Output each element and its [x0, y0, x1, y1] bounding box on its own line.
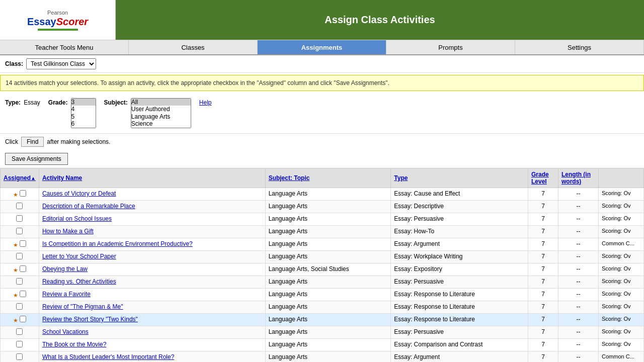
assigned-checkbox[interactable] — [16, 203, 23, 209]
activity-name-link[interactable]: Editorial on School Issues — [42, 215, 112, 222]
length-cell: -- — [558, 263, 599, 276]
logo-area: Pearson EssayScorer — [0, 0, 116, 40]
activity-name-link[interactable]: Obeying the Law — [42, 265, 88, 273]
assigned-cell — [1, 351, 39, 363]
assigned-checkbox[interactable] — [16, 303, 23, 310]
col-subject-topic[interactable]: Subject: Topic — [265, 168, 391, 188]
pearson-label: Pearson — [27, 10, 88, 16]
activity-name-cell: How to Make a Gift — [39, 226, 265, 238]
type-cell: Essay: Argument — [391, 351, 528, 363]
activity-name-link[interactable]: Review the Short Story "Two Kinds" — [42, 316, 138, 323]
after-find-label: after making selections. — [47, 138, 110, 145]
length-cell: -- — [558, 326, 599, 339]
star-icon: ★ — [13, 242, 20, 248]
subject-filter: Subject: All User Authored Language Arts… — [104, 98, 191, 128]
assigned-sort[interactable]: Assigned▲ — [4, 174, 36, 182]
type-cell: Essay: Persuasive — [391, 213, 528, 226]
length-cell: -- — [558, 201, 599, 213]
subject-cell: Language Arts — [265, 326, 391, 339]
col-grade-level[interactable]: Grade Level — [528, 168, 558, 188]
assigned-checkbox[interactable] — [16, 228, 23, 234]
length-cell: -- — [558, 213, 599, 226]
activity-name-cell: Review a Favorite — [39, 289, 265, 301]
length-cell: -- — [558, 289, 599, 301]
assigned-checkbox[interactable] — [16, 278, 23, 285]
subject-select[interactable]: All User Authored Language Arts Science … — [131, 98, 191, 128]
save-assignments-button-top[interactable]: Save Assignments — [5, 153, 68, 165]
activity-name-link[interactable]: What Is a Student Leader's Most Importan… — [42, 353, 174, 360]
type-sort[interactable]: Type — [394, 174, 408, 182]
assigned-checkbox[interactable] — [20, 316, 26, 322]
activity-name-sort[interactable]: Activity Name — [42, 174, 82, 182]
assigned-checkbox[interactable] — [16, 215, 23, 222]
nav-classes[interactable]: Classes — [129, 40, 258, 54]
assigned-cell — [1, 326, 39, 339]
subject-cell: Language Arts — [265, 201, 391, 213]
find-row: Click Find after making selections. — [0, 134, 644, 150]
subject-cell: Language Arts — [265, 339, 391, 351]
activity-name-link[interactable]: Review a Favorite — [42, 291, 91, 298]
assigned-checkbox[interactable] — [16, 253, 23, 259]
activity-name-link[interactable]: Is Competition in an Academic Environmen… — [42, 240, 193, 247]
scoring-cell: Common C... — [599, 238, 644, 251]
col-type[interactable]: Type — [391, 168, 528, 188]
grade-cell: 7 — [528, 213, 558, 226]
subject-cell: Language Arts — [265, 276, 391, 289]
activity-name-cell: Review the Short Story "Two Kinds" — [39, 314, 265, 326]
grade-cell: 7 — [528, 238, 558, 251]
type-cell: Essay: Persuasive — [391, 276, 528, 289]
type-filter: Type: Essay — [5, 98, 40, 106]
table-row: ★ Causes of Victory or DefeatLanguage Ar… — [1, 188, 644, 201]
find-button[interactable]: Find — [21, 137, 44, 147]
nav-settings[interactable]: Settings — [515, 40, 644, 54]
grade-cell: 7 — [528, 339, 558, 351]
assigned-checkbox[interactable] — [20, 240, 26, 247]
subject-sort[interactable]: Subject: Topic — [269, 174, 310, 182]
activity-name-link[interactable]: School Vacations — [42, 328, 89, 335]
activity-name-link[interactable]: Reading vs. Other Activities — [42, 278, 116, 285]
nav-assignments[interactable]: Assignments — [258, 40, 386, 54]
length-sort[interactable]: Length (in words) — [561, 171, 591, 185]
activity-name-cell: Review of "The Pigman & Me" — [39, 301, 265, 314]
page-title: Assign Class Activities — [325, 14, 435, 26]
class-select[interactable]: Test Gilkinson Class — [26, 58, 96, 69]
type-value: Essay — [24, 99, 40, 106]
col-scoring — [599, 168, 644, 188]
subject-cell: Language Arts, Social Studies — [265, 263, 391, 276]
grade-label: Grade: — [48, 99, 68, 106]
class-bar: Class: Test Gilkinson Class — [0, 55, 644, 73]
scoring-cell: Common C... — [599, 351, 644, 363]
assigned-checkbox[interactable] — [16, 328, 23, 335]
grade-select[interactable]: 3 4 5 6 7 — [71, 98, 96, 128]
assigned-checkbox[interactable] — [20, 291, 26, 297]
assigned-checkbox[interactable] — [20, 265, 26, 272]
activity-name-link[interactable]: Description of a Remarkable Place — [42, 203, 135, 210]
assigned-cell — [1, 301, 39, 314]
assigned-checkbox[interactable] — [20, 190, 26, 197]
assigned-checkbox[interactable] — [16, 353, 23, 360]
assigned-checkbox[interactable] — [16, 341, 23, 347]
grade-sort[interactable]: Grade Level — [531, 171, 549, 185]
assigned-cell: ★ — [1, 263, 39, 276]
activity-name-cell: Description of a Remarkable Place — [39, 201, 265, 213]
col-activity-name[interactable]: Activity Name — [39, 168, 265, 188]
col-length[interactable]: Length (in words) — [558, 168, 599, 188]
activity-name-cell: Reading vs. Other Activities — [39, 276, 265, 289]
assigned-cell — [1, 201, 39, 213]
nav-prompts[interactable]: Prompts — [386, 40, 515, 54]
subject-cell: Language Arts — [265, 289, 391, 301]
activity-name-link[interactable]: Letter to Your School Paper — [42, 253, 116, 260]
length-cell: -- — [558, 276, 599, 289]
subject-cell: Language Arts — [265, 301, 391, 314]
title-area: Assign Class Activities — [116, 0, 644, 40]
nav-teacher-tools[interactable]: Teacher Tools Menu — [0, 40, 129, 54]
table-row: ★ Review a FavoriteLanguage ArtsEssay: R… — [1, 289, 644, 301]
activity-name-link[interactable]: How to Make a Gift — [42, 228, 94, 235]
help-link[interactable]: Help — [199, 99, 212, 106]
activity-name-link[interactable]: Causes of Victory or Defeat — [42, 190, 116, 197]
activity-name-link[interactable]: Review of "The Pigman & Me" — [42, 303, 123, 310]
type-cell: Essay: Expository — [391, 263, 528, 276]
activity-name-link[interactable]: The Book or the Movie? — [42, 341, 106, 348]
col-assigned[interactable]: Assigned▲ — [1, 168, 39, 188]
scoring-cell: Scoring: Ov — [599, 326, 644, 339]
